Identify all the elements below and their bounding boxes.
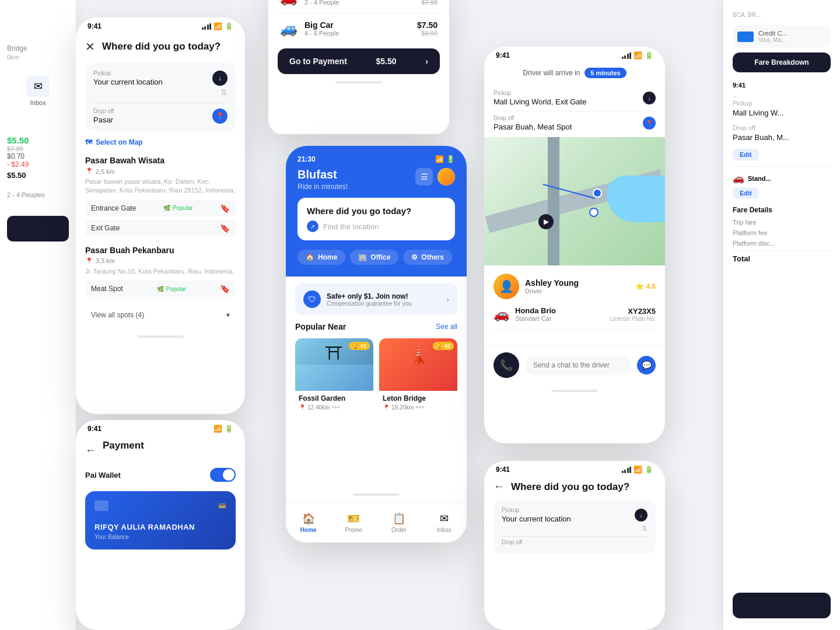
result2-dist: 📍 3,3 km: [85, 257, 236, 265]
see-all-button[interactable]: See all: [436, 323, 457, 331]
edit-car-button[interactable]: Edit: [733, 187, 759, 199]
edit-route-button[interactable]: Edit: [733, 149, 759, 160]
result1-name[interactable]: Pasar Bawah Wisata: [85, 156, 236, 165]
total-label: Total: [733, 254, 750, 263]
field-divider: [93, 103, 228, 103]
pickup-info: Pickup Your current location: [93, 70, 163, 86]
map-marker-origin: [589, 208, 598, 217]
card-dist-2: 📍 18.20km •••: [383, 402, 454, 412]
back-button[interactable]: ←: [494, 481, 504, 493]
swap-icon[interactable]: ⇅: [220, 88, 228, 97]
inbox-section[interactable]: ✉ Inbox: [7, 70, 69, 112]
price-section: $5.50 $7.99 $0.70 - $2.49 $5.50: [7, 135, 69, 180]
close-button[interactable]: ✕: [85, 40, 95, 54]
spot1-badge: 🌿 Popular: [163, 205, 192, 211]
car-option-2[interactable]: 🚙 Big Car 4 - 6 People $7.50 $9.99: [268, 13, 449, 44]
dark-action-btn[interactable]: [733, 593, 831, 618]
platform-fee-label: Platform fee: [733, 229, 767, 236]
blue-header: 21:30 📶 🔋 Blufast Ride in minutes! ☰ Whe…: [286, 146, 467, 276]
popular-card-2[interactable]: 🗼 🏆 02 Leton Bridge 📍 18.20km •••: [379, 338, 457, 415]
dropoff-field-2[interactable]: Drop off: [502, 539, 648, 547]
payment-title: Payment: [103, 440, 144, 452]
fare-row-discount: Platform disc...: [733, 240, 831, 247]
swap-icon-2[interactable]: ⇅: [642, 524, 648, 533]
nav-promo[interactable]: 🎫 Promo: [331, 512, 377, 533]
menu-button[interactable]: ☰: [415, 168, 433, 186]
card-image-2: 🗼 🏆 02: [379, 338, 457, 391]
credit-card-label: Credit C...: [758, 30, 788, 37]
fare-divider: [733, 250, 831, 251]
battery-icon-5: 🔋: [645, 466, 653, 474]
fare-breakdown-button[interactable]: Fare Breakdown: [733, 52, 831, 72]
car-plate-type: Standart Car: [515, 315, 556, 322]
car-option-1[interactable]: 🚗 Standart Car 2 - 4 People $5.50 $7.99: [268, 0, 449, 13]
promo-arrow-icon: ›: [446, 295, 449, 304]
driver-dropoff-label: Drop off: [494, 115, 572, 121]
car-icon-2: 🚙: [280, 20, 298, 37]
popular-card-1[interactable]: ⛩ 🏆 01 Fossil Garden 📍 12.40km •••: [295, 338, 373, 415]
inbox-nav-icon: ✉: [440, 512, 449, 525]
phone-payment: 9:41 📶 🔋 ← Payment Pai Wallet 💳 RIFQY AU…: [76, 420, 245, 630]
result2-name[interactable]: Pasar Buah Pekanbaru: [85, 246, 236, 255]
spot-meat[interactable]: Meat Spot 🌿 Popular 🔖: [85, 281, 236, 297]
car-people-1: 2 - 4 People: [304, 0, 410, 6]
more-icon-2[interactable]: •••: [415, 402, 424, 412]
office-link-label: Office: [370, 253, 390, 261]
select-on-map-button[interactable]: 🗺 Select on Map: [85, 138, 236, 146]
home-quick-link[interactable]: 🏠 Home: [298, 250, 345, 265]
nav-inbox[interactable]: ✉ Inbox: [422, 512, 467, 533]
payment-back-row: ← Payment: [85, 440, 236, 468]
pickup-field[interactable]: Pickup Your current location ↓: [93, 70, 228, 86]
status-bar-6: 9:41 📶 🔋: [76, 420, 245, 435]
app-name: Blufast: [298, 168, 348, 181]
save-icon-3[interactable]: 🔖: [220, 284, 230, 293]
save-icon-2[interactable]: 🔖: [220, 223, 230, 233]
price-total: $5.50: [7, 171, 69, 180]
location-fields-2: Pickup Your current location ↓ ⇅ Drop of…: [484, 500, 665, 554]
fare-details-title: Fare Details: [733, 206, 831, 214]
signal-bar-3: [207, 24, 209, 30]
nav-order[interactable]: 📋 Order: [376, 512, 422, 533]
plate-label: License Plate No.: [610, 316, 656, 322]
credit-card-row[interactable]: Credit C... Visa, Ma...: [733, 25, 831, 48]
pin-icon-card-1: 📍: [299, 404, 306, 411]
office-quick-link[interactable]: 🏢 Office: [350, 250, 398, 265]
popular-title: Popular Near: [295, 322, 346, 331]
chip: [94, 501, 108, 511]
others-quick-link[interactable]: ⚙ Others: [403, 250, 452, 265]
user-avatar[interactable]: [438, 168, 455, 186]
payment-back-button[interactable]: ←: [85, 444, 96, 457]
dropoff-field[interactable]: Drop off Pasar 📍: [93, 108, 228, 124]
dropoff-value[interactable]: Pasar: [93, 116, 114, 124]
view-all-button[interactable]: View all spots (4) ▾: [85, 306, 236, 324]
spot-exit[interactable]: Exit Gate 🔖: [85, 220, 236, 236]
arrow-icon: ›: [425, 57, 428, 66]
car-people-2: 4 - 6 People: [304, 30, 410, 37]
save-icon-1[interactable]: 🔖: [220, 204, 230, 213]
wallet-toggle-switch[interactable]: [210, 468, 236, 482]
search-placeholder[interactable]: Find the location: [323, 222, 379, 231]
platform-disc-label: Platform disc...: [733, 240, 775, 247]
spot1-name: Entrance Gate: [91, 204, 136, 212]
promo-banner[interactable]: 🛡 Safe+ only $1. Join now! Compensation …: [295, 284, 457, 315]
wifi-icon-5: 📶: [634, 466, 642, 474]
chat-input[interactable]: [525, 355, 631, 375]
dropoff-icon: 📍: [212, 108, 228, 124]
search-dot-icon: ↗: [307, 220, 318, 232]
search-box[interactable]: Where did you go today? ↗ Find the locat…: [298, 198, 455, 240]
back-arrow-icon[interactable]: ←: [733, 93, 831, 100]
avatar-image: [438, 168, 455, 186]
pickup-field-2[interactable]: Pickup Your current location ↓: [502, 507, 648, 523]
dropoff-label: Drop off: [93, 108, 114, 114]
pickup-value-2: Your current location: [502, 514, 571, 523]
chat-send-button[interactable]: 💬: [637, 356, 656, 374]
more-icon-1[interactable]: •••: [331, 402, 340, 412]
nav-home[interactable]: 🏠 Home: [286, 512, 331, 533]
battery-icon-1: 🔋: [225, 22, 233, 30]
spot-entrance[interactable]: Entrance Gate 🌿 Popular 🔖: [85, 200, 236, 216]
call-button[interactable]: 📞: [494, 352, 519, 378]
rating-value: 4.8: [646, 282, 656, 290]
pickup-label: Pickup: [93, 70, 163, 76]
go-to-payment-button[interactable]: Go to Payment $5.50 ›: [278, 48, 440, 74]
signal-bar-4c: [627, 54, 629, 59]
